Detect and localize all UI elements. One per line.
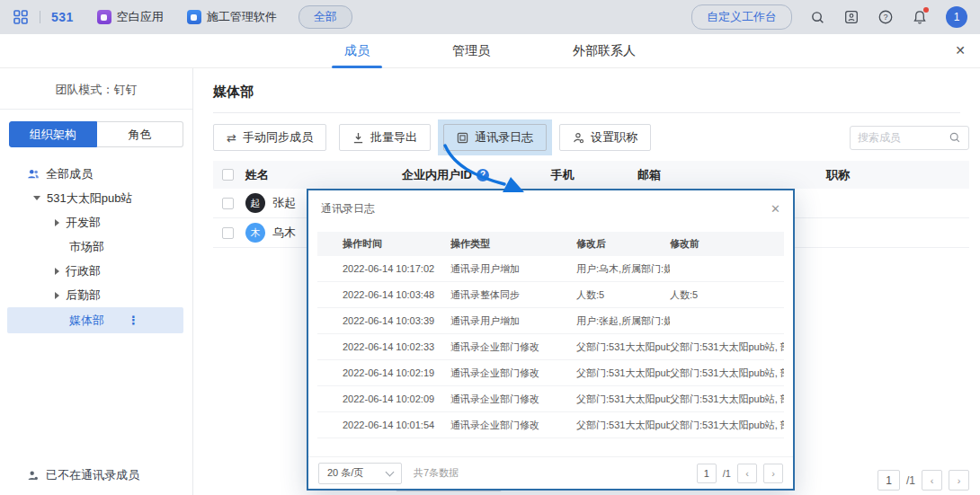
user-avatar[interactable]: 1 — [946, 6, 967, 28]
op-type: 通讯录整体同步 — [450, 288, 576, 302]
workspace-name[interactable]: 531 — [51, 10, 74, 24]
contact-log-modal: 通讯录日志 ✕ 操作时间 操作类型 修改后 修改前 2022-06-14 10:… — [307, 189, 795, 491]
topbar-app-blank[interactable]: 空白应用 — [97, 9, 164, 25]
search-icon[interactable] — [810, 10, 825, 25]
row-checkbox[interactable] — [222, 198, 234, 209]
col-email: 邮箱 — [605, 167, 758, 183]
table-header: 姓名 企业内用户ID ? 手机 邮箱 职称 — [213, 161, 969, 189]
search-icon[interactable] — [949, 131, 961, 144]
sidebar-item-all-members[interactable]: 全部成员 — [0, 162, 192, 186]
log-page-size-select[interactable]: 20 条/页 — [318, 463, 402, 484]
contact-log-button[interactable]: 通讯录日志 — [443, 124, 547, 151]
tab-all-apps[interactable]: 全部 — [298, 5, 352, 29]
org-tree: 全部成员 531大太阳pub站 开发部 市场部 行政部 — [0, 156, 192, 333]
after-value: 人数:5 — [576, 288, 670, 302]
app-label: 空白应用 — [117, 9, 164, 25]
app-grid-icon[interactable] — [13, 9, 29, 25]
modal-footer: 20 条/页 共7条数据 1 /1 ‹ › — [308, 456, 793, 489]
col-user-id: 企业内用户ID ? — [371, 167, 520, 183]
after-value: 用户:张起,所属部门:媒体部、53... — [576, 314, 670, 328]
set-job-title-button[interactable]: 设置职称 — [559, 124, 651, 151]
sidebar-item-logistics-dept[interactable]: 后勤部 — [0, 283, 192, 307]
before-value: 父部门:531大太阳pub站, 部门:1 — [670, 419, 784, 432]
member-search — [850, 126, 969, 150]
manual-sync-button[interactable]: ⇄ 手动同步成员 — [213, 124, 326, 151]
op-time: 2022-06-14 10:03:39 — [317, 315, 450, 326]
sidebar-item-media-dept[interactable]: 媒体部 ⋮ — [7, 307, 183, 333]
total-pages-label: /1 — [906, 474, 915, 487]
tree-item-label: 后勤部 — [66, 287, 101, 304]
topbar-right: 自定义工作台 ? 1 — [691, 4, 967, 30]
chevron-right-icon[interactable] — [55, 219, 59, 226]
close-icon[interactable]: ✕ — [771, 202, 780, 216]
help-question-icon[interactable]: ? — [477, 169, 489, 181]
sidebar: 团队模式：钉钉 组织架构 角色 全部成员 531大太阳pub站 — [0, 68, 193, 495]
col-before: 修改前 — [670, 237, 784, 251]
topbar-app-construction[interactable]: 施工管理软件 — [187, 9, 277, 25]
search-input[interactable] — [858, 131, 949, 144]
current-page-box[interactable]: 1 — [878, 470, 900, 491]
log-row: 2022-06-14 10:02:19 通讯录企业部门修改 父部门:531大太阳… — [317, 360, 784, 386]
app-label: 施工管理软件 — [207, 9, 277, 25]
log-row: 2022-06-14 10:01:54 通讯录企业部门修改 父部门:531大太阳… — [317, 412, 784, 438]
member-name[interactable]: 乌木 — [272, 225, 296, 241]
chevron-right-icon[interactable] — [55, 292, 59, 299]
op-time: 2022-06-14 10:17:02 — [317, 263, 450, 274]
total-pages-label: /1 — [723, 468, 731, 479]
page-title: 媒体部 — [213, 68, 960, 113]
row-checkbox[interactable] — [222, 227, 234, 239]
op-type: 通讯录企业部门修改 — [450, 340, 576, 354]
op-time: 2022-06-14 10:01:54 — [317, 420, 450, 430]
button-label: 设置职称 — [591, 129, 637, 146]
tab-admins[interactable]: 管理员 — [440, 35, 503, 67]
chevron-down-icon — [386, 467, 395, 476]
col-after: 修改后 — [576, 237, 670, 251]
sidebar-item-admin-dept[interactable]: 行政部 — [0, 259, 192, 283]
log-table: 操作时间 操作类型 修改后 修改前 2022-06-14 10:17:02 通讯… — [317, 232, 784, 438]
removed-members-link[interactable]: 已不在通讯录成员 — [0, 467, 192, 483]
page: 531 空白应用 施工管理软件 全部 自定义工作台 ? 1 — [0, 0, 980, 495]
chevron-right-icon[interactable] — [55, 268, 59, 275]
op-time: 2022-06-14 10:02:33 — [317, 341, 450, 352]
tab-external-contacts[interactable]: 外部联系人 — [560, 35, 648, 67]
members-pagination: 1 /1 ‹ › — [878, 470, 969, 491]
after-value: 用户:乌木,所属部门:媒体部 — [576, 262, 670, 276]
help-icon[interactable]: ? — [878, 9, 894, 25]
select-all-checkbox[interactable] — [222, 169, 234, 181]
log-icon — [457, 132, 468, 144]
next-page-button[interactable]: › — [763, 464, 783, 483]
tree-item-label: 全部成员 — [46, 166, 93, 182]
col-op-time: 操作时间 — [317, 237, 450, 251]
prev-page-button[interactable]: ‹ — [922, 470, 942, 491]
op-time: 2022-06-14 10:03:48 — [317, 289, 450, 300]
chevron-down-icon[interactable] — [33, 196, 40, 200]
more-actions-icon[interactable]: ⋮ — [128, 314, 139, 327]
svg-text:?: ? — [883, 13, 887, 22]
customize-workbench-button[interactable]: 自定义工作台 — [691, 4, 792, 30]
member-name[interactable]: 张起 — [272, 195, 296, 211]
sync-icon: ⇄ — [227, 131, 236, 145]
next-page-button[interactable]: › — [949, 470, 969, 491]
op-type: 通讯录企业部门修改 — [450, 367, 576, 380]
sidebar-item-dev-dept[interactable]: 开发部 — [0, 210, 192, 234]
sidebar-item-market-dept[interactable]: 市场部 — [0, 234, 192, 259]
current-page-box[interactable]: 1 — [697, 464, 717, 483]
batch-export-button[interactable]: 批量导出 — [339, 124, 431, 151]
op-time: 2022-06-14 10:02:19 — [317, 367, 450, 378]
tab-members[interactable]: 成员 — [332, 35, 382, 67]
avatar: 木 — [245, 223, 265, 243]
tree-item-label: 市场部 — [69, 239, 104, 255]
log-row: 2022-06-14 10:03:39 通讯录用户增加 用户:张起,所属部门:媒… — [317, 308, 784, 334]
log-table-header: 操作时间 操作类型 修改后 修改前 — [317, 232, 784, 256]
tabbar: 成员 管理员 外部联系人 ✕ — [0, 34, 980, 68]
close-icon[interactable]: ✕ — [955, 43, 966, 57]
sidebar-item-org-531[interactable]: 531大太阳pub站 — [0, 186, 192, 210]
notifications-bell-icon[interactable] — [912, 9, 928, 25]
tabs: 成员 管理员 外部联系人 — [332, 35, 648, 67]
divider — [40, 11, 40, 23]
log-row: 2022-06-14 10:02:09 通讯录企业部门修改 父部门:531大太阳… — [317, 386, 784, 412]
contacts-icon[interactable] — [843, 9, 860, 25]
org-structure-button[interactable]: 组织架构 — [9, 121, 97, 147]
prev-page-button[interactable]: ‹ — [737, 464, 757, 483]
role-button[interactable]: 角色 — [97, 121, 184, 147]
